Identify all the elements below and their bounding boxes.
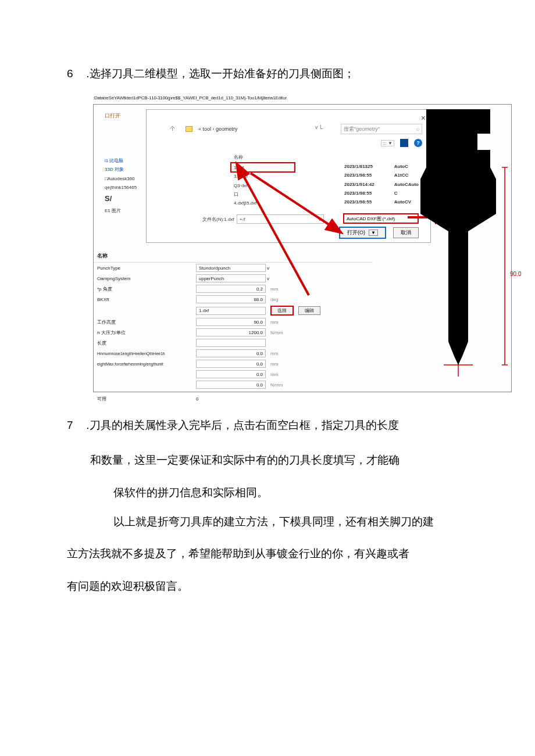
step-7-line1: .刀具的相关属性录入完毕后，点击右面空白框，指定刀具的长度 [86, 419, 398, 431]
paragraph-line2: 立方法我就不多提及了，希望能帮助到从事镀金行业的你，有兴趣或者 [67, 540, 468, 567]
step-7-num: 7 [67, 415, 83, 435]
prop-row: PunchTypeStondordpunchv [94, 263, 373, 273]
file-row[interactable]: 4.dxfβ5.dxf [234, 199, 256, 207]
edit-button[interactable]: 编辑 [298, 306, 320, 315]
app-window: 口打开 × 个 « tool › geometry v ㇄ 搜索"geometr… [93, 104, 512, 392]
tool-silhouette [415, 109, 508, 388]
filetype-dropdown[interactable]: AutoCAD DXF图 (*.dxf) [343, 213, 419, 224]
prop-row: 1.dxf选择编辑 [94, 304, 373, 317]
prop-row: 0.0mm [94, 369, 373, 379]
paragraph-line3: 有问题的欢迎积极留言。 [67, 573, 468, 600]
dialog-title: 口打开 [105, 112, 120, 120]
document-page: 6 .选择刀具二维模型，选取一开始准备好的刀具侧面图； :DatabeSeYAW… [0, 0, 535, 634]
select-button[interactable]: 选择 [270, 306, 294, 316]
filename-label: 文件名(N):1.dxf [202, 216, 234, 223]
prop-row: OampngSystemupperPunchv [94, 273, 373, 284]
file-row[interactable]: 1.dxf [234, 163, 256, 172]
clamping-select[interactable]: upperPunch [196, 274, 266, 282]
nav-qe[interactable]: qe(think156465 [105, 183, 157, 192]
prop-row: eightMax.forcefarhemming/engthunit0.0mm [94, 359, 373, 369]
prop-row: Hnmumnose1engthHeellenQthHee1h0.0mm [94, 348, 373, 359]
angle-input[interactable]: 0.2 [196, 285, 266, 293]
prop-header: 名称 [94, 250, 373, 263]
filename-input[interactable]: +-f v [237, 214, 324, 224]
dim-90: 90.0 [510, 271, 521, 277]
prop-row: BKXft88.0deg [94, 294, 373, 304]
title-path: :DatabeSeYAWtlded1dPCB-110-3100(pre$$_YA… [93, 95, 468, 101]
dialog-buttons: 打开(O) ▼ 取消 [339, 227, 419, 239]
step-6-num: 6 [67, 64, 83, 84]
chevron-down-icon[interactable]: ▼ [369, 230, 378, 236]
prop-row: n 大压力/单位1200.0N/mm [94, 327, 373, 338]
file-row[interactable]: 口 [234, 190, 256, 199]
file-date-col: 2023/1/81325 2023/1/98:55 2023/1/914:42 … [344, 162, 374, 206]
view-mode-dropdown[interactable]: ::: ▼ [381, 140, 394, 146]
length-input[interactable] [196, 339, 266, 347]
prop-row: 长度 [94, 338, 373, 348]
open-button[interactable]: 打开(O) ▼ [339, 227, 386, 239]
property-panel: 名称 PunchTypeStondordpunchv OampngSystemu… [94, 250, 373, 403]
step-7-line3: 保软件的拼刀信息和实际相同。 [67, 479, 468, 506]
prop-row: 0.0N/mm [94, 379, 373, 390]
breadcrumb-text: « tool › geometry [198, 126, 238, 132]
up-arrow-icon[interactable]: 个 [170, 125, 175, 132]
nav-this-pc[interactable]: i1 比电脑 [105, 156, 157, 165]
punch-type-select[interactable]: Stondordpunch [196, 264, 266, 272]
bkxft-input[interactable]: 88.0 [196, 295, 266, 303]
nav-s[interactable]: S/ [105, 192, 157, 206]
prop-row: 可用0 [94, 395, 373, 403]
screenshot-figure: :DatabeSeYAWtlded1dPCB-110-3100(pre$$_YA… [93, 95, 468, 392]
breadcrumb[interactable]: 个 « tool › geometry [170, 125, 238, 132]
prop-row: *p 角度0.2mm [94, 284, 373, 294]
preview-toggle[interactable] [400, 139, 408, 147]
nav-3d-objects[interactable]: 33D 对象 [105, 165, 157, 174]
nav-autodesk[interactable]: □Autodesk360 [105, 174, 157, 183]
nav-pictures[interactable]: E1 图片 [105, 206, 157, 215]
file-list[interactable]: 1.dxf 3.1.dxf Q3·dxf 口 4.dxfβ5.dxf [234, 163, 256, 207]
search-placeholder: 搜索"geometry" [344, 126, 380, 133]
search-input[interactable]: 搜索"geometry" ⌕ [341, 124, 422, 134]
work-height-input[interactable]: 90.0 [196, 318, 266, 326]
step-7-line2: 和数量，这里一定要保证和实际中有的的刀具长度填写，才能确 [67, 447, 468, 474]
col-header-name: 名称 [234, 154, 243, 160]
refresh-area[interactable]: v ㇄ [315, 124, 324, 131]
step-7: 7 .刀具的相关属性录入完毕后，点击右面空白框，指定刀具的长度 [67, 415, 468, 435]
folder-icon [186, 126, 192, 132]
open-file-dialog: 口打开 × 个 « tool › geometry v ㇄ 搜索"geometr… [146, 109, 431, 243]
prop-row: 工作高度90.0mm [94, 317, 373, 327]
nav-tree[interactable]: i1 比电脑 33D 对象 □Autodesk360 qe(think15646… [105, 156, 157, 215]
file-row[interactable]: 3.1.dxf [234, 172, 256, 181]
step-6: 6 .选择刀具二维模型，选取一开始准备好的刀具侧面图； [67, 64, 468, 84]
step-6-text: .选择刀具二维模型，选取一开始准备好的刀具侧面图； [86, 67, 354, 80]
file-row[interactable]: Q3·dxf [234, 181, 256, 190]
max-pressure-input[interactable]: 1200.0 [196, 328, 266, 336]
filename-row: 文件名(N):1.dxf +-f v [202, 214, 324, 224]
geom-file-input[interactable]: 1.dxf [196, 307, 266, 315]
paragraph-line1: 以上就是折弯刀具库的建立方法，下模具同理，还有相关脚刀的建 [67, 508, 468, 535]
